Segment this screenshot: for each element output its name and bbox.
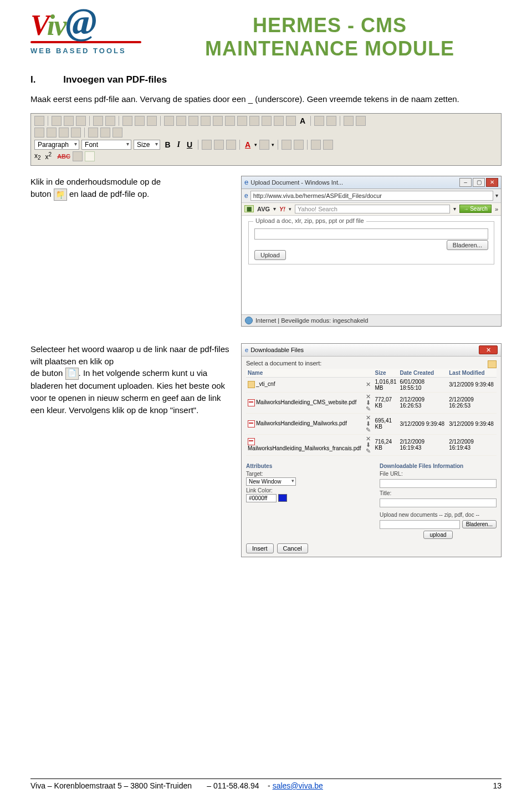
underline-icon[interactable]: U — [185, 140, 195, 149]
title-input[interactable] — [380, 498, 497, 507]
col-created[interactable]: Date Created — [398, 369, 447, 378]
indent-icon[interactable] — [323, 140, 333, 150]
window-titlebar: e Upload Document - Windows Int... – ▢ ✕ — [242, 176, 501, 189]
help-icon[interactable] — [85, 151, 95, 161]
flash-icon[interactable] — [262, 116, 272, 126]
edit-icon[interactable]: ✎ — [365, 406, 371, 412]
fileurl-label: File URL: — [380, 471, 497, 477]
cancel-button[interactable]: Cancel — [277, 543, 308, 553]
upload-icon[interactable] — [249, 116, 259, 126]
table-row[interactable]: MailworksHandleiding_Mailworks_francais.… — [246, 434, 497, 455]
tb-icon[interactable] — [100, 128, 110, 138]
subscript-icon[interactable]: x2 — [34, 152, 41, 161]
text: en laad de pdf-file op. — [69, 189, 149, 199]
more-label[interactable]: » — [495, 206, 498, 212]
italic-icon[interactable]: I — [175, 140, 182, 149]
paragraph-select[interactable]: Paragraph — [34, 140, 79, 150]
upload-button-icon[interactable] — [54, 189, 67, 201]
copy-icon[interactable] — [64, 116, 74, 126]
outdent-icon[interactable] — [311, 140, 321, 150]
minimize-button[interactable]: – — [459, 178, 472, 187]
browse-button[interactable]: Bladeren... — [462, 520, 497, 528]
align-center-icon[interactable] — [214, 140, 224, 150]
linkcolor-input[interactable]: #0000ff — [246, 494, 277, 502]
upload-file-input[interactable] — [380, 520, 460, 529]
tb-icon[interactable] — [147, 116, 157, 126]
target-label: Target: — [246, 471, 363, 477]
tb-icon[interactable] — [112, 128, 122, 138]
section-number: I. — [30, 74, 61, 85]
table-row[interactable]: MailworksHandleiding_CMS_website.pdf ✕⬇✎… — [246, 392, 497, 413]
edit-icon[interactable]: ✎ — [365, 427, 371, 433]
text-color-icon[interactable]: A — [243, 140, 252, 149]
link-icon[interactable] — [188, 116, 198, 126]
highlight-icon[interactable] — [259, 140, 269, 150]
browse-button[interactable]: Bladeren... — [447, 240, 488, 250]
superscript-icon[interactable]: x2 — [45, 151, 52, 161]
dropdown-icon[interactable]: ▾ — [453, 206, 456, 212]
align-left-icon[interactable] — [202, 140, 212, 150]
tb-icon[interactable] — [71, 128, 81, 138]
edit-icon[interactable]: ✎ — [365, 448, 371, 454]
dropdown-icon[interactable]: ▾ — [495, 192, 498, 199]
tb-icon[interactable] — [105, 116, 115, 126]
zoom-icon[interactable] — [326, 116, 336, 126]
tb-icon[interactable] — [47, 128, 57, 138]
fileurl-input[interactable] — [380, 479, 497, 488]
bold-icon[interactable]: B — [162, 140, 172, 149]
maximize-button[interactable]: ▢ — [473, 178, 485, 187]
folder-up-icon[interactable] — [488, 360, 497, 368]
target-select[interactable]: New Window — [246, 477, 296, 486]
table-row[interactable]: _vti_cnf ✕ 1,016,81MB 6/01/2008 18:55:10… — [246, 377, 497, 392]
tb-icon[interactable] — [34, 116, 44, 126]
ordered-list-icon[interactable] — [282, 140, 291, 150]
tb-icon[interactable] — [225, 116, 235, 126]
font-select[interactable]: Font — [81, 140, 131, 150]
dropdown-icon[interactable]: ▾ — [273, 206, 276, 212]
tb-icon[interactable] — [314, 116, 324, 126]
pdf-icon[interactable] — [237, 116, 247, 126]
tb-icon[interactable] — [135, 116, 145, 126]
unordered-list-icon[interactable] — [294, 140, 304, 150]
search-button[interactable]: → Search — [459, 205, 491, 213]
upload-button[interactable]: Upload — [254, 250, 286, 260]
pdf-link-button-icon[interactable] — [65, 368, 79, 380]
size-select[interactable]: Size — [134, 140, 160, 150]
table-row[interactable]: MailworksHandleiding_Mailworks.pdf ✕⬇✎ 6… — [246, 413, 497, 434]
color-swatch[interactable] — [278, 494, 287, 502]
spellcheck-icon[interactable]: ABC — [57, 153, 70, 160]
smiley-icon[interactable] — [286, 116, 296, 126]
cut-icon[interactable] — [52, 116, 62, 126]
tb-icon[interactable] — [122, 116, 132, 126]
col-modified[interactable]: Last Modified — [447, 369, 497, 378]
close-button[interactable]: ✕ — [486, 178, 498, 187]
tb-icon[interactable] — [213, 116, 223, 126]
col-name[interactable]: Name — [246, 369, 363, 378]
paste-icon[interactable] — [76, 116, 86, 126]
footer-tel: – 011-58.48.94 — [207, 781, 259, 790]
tb-icon[interactable] — [344, 116, 354, 126]
search-input[interactable]: Yahoo! Search — [295, 205, 450, 213]
tb-icon[interactable] — [274, 116, 284, 126]
footer-email-link[interactable]: sales@viva.be — [273, 781, 323, 790]
dropdown-icon[interactable]: ▾ — [272, 142, 274, 147]
insert-button[interactable]: Insert — [246, 543, 274, 553]
image-icon[interactable] — [176, 116, 186, 126]
close-button[interactable]: ✕ — [479, 345, 498, 354]
delete-icon[interactable]: ✕ — [365, 381, 371, 388]
table-icon[interactable] — [93, 116, 103, 126]
col-size[interactable]: Size — [374, 369, 398, 378]
tb-icon[interactable] — [201, 116, 211, 126]
hr-icon[interactable] — [164, 116, 174, 126]
tb-icon[interactable] — [59, 128, 69, 138]
tb-icon[interactable] — [73, 151, 83, 161]
tb-icon[interactable] — [356, 116, 366, 126]
align-right-icon[interactable] — [226, 140, 236, 150]
file-path-input[interactable] — [254, 228, 488, 240]
dropdown-icon[interactable]: ▾ — [254, 142, 257, 147]
tb-icon[interactable] — [88, 128, 98, 138]
tb-icon[interactable] — [34, 128, 44, 138]
dropdown-icon[interactable]: ▾ — [289, 206, 291, 212]
url-input[interactable]: http://www.viva.be/hermes/ASPEdit_Files/… — [250, 191, 493, 201]
upload-button[interactable]: upload — [423, 531, 452, 539]
